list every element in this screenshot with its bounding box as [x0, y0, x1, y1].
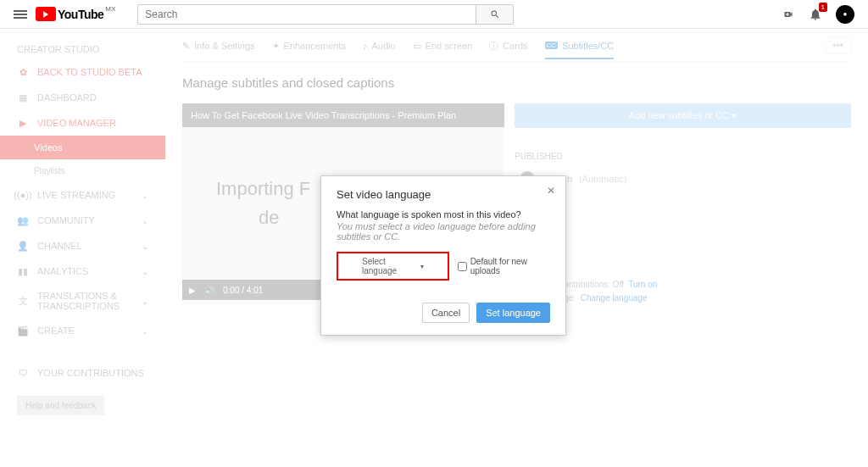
avatar[interactable]: ●: [836, 5, 854, 24]
modal-title: Set video language: [337, 188, 550, 201]
notifications-button[interactable]: 1: [809, 8, 822, 21]
search-icon: [490, 9, 500, 19]
modal-question: What language is spoken most in this vid…: [337, 209, 550, 220]
upload-icon[interactable]: [782, 9, 795, 19]
youtube-logo[interactable]: YouTube MX: [36, 7, 103, 21]
checkbox-label: Default for new uploads: [470, 257, 550, 275]
set-language-modal: ✕ Set video language What language is sp…: [320, 175, 566, 336]
close-icon[interactable]: ✕: [547, 185, 555, 197]
select-language-dropdown[interactable]: Select language: [337, 252, 449, 281]
modal-hint: You must select a video language before …: [337, 221, 550, 242]
notification-badge: 1: [819, 3, 827, 12]
set-language-button[interactable]: Set language: [476, 303, 550, 323]
default-checkbox[interactable]: Default for new uploads: [458, 257, 550, 275]
menu-icon[interactable]: [14, 8, 27, 20]
search-input[interactable]: [137, 4, 476, 25]
cancel-button[interactable]: Cancel: [422, 303, 470, 323]
logo-region: MX: [105, 5, 115, 13]
select-label: Select language: [362, 257, 417, 275]
default-checkbox-input[interactable]: [458, 262, 467, 271]
logo-text: YouTube: [58, 8, 103, 21]
search-button[interactable]: [476, 4, 514, 25]
